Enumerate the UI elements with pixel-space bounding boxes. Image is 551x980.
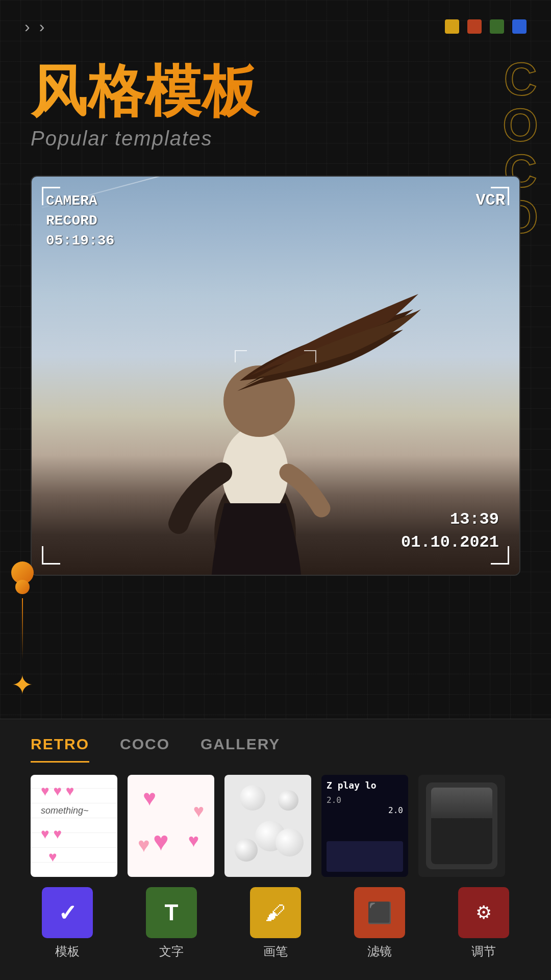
tool-text[interactable]: T 文字 xyxy=(119,887,223,960)
page-subtitle: Popular templates xyxy=(31,127,520,150)
tool-brush-icon: 🖌 xyxy=(250,887,301,938)
tab-gallery[interactable]: GALLERY xyxy=(201,736,280,763)
tool-brush-label: 画笔 xyxy=(263,943,288,960)
vertical-line xyxy=(22,598,23,659)
color-blue[interactable] xyxy=(512,19,527,34)
tool-brush[interactable]: 🖌 画笔 xyxy=(223,887,328,960)
orange-circles xyxy=(11,561,34,594)
page-title: 风格模板 xyxy=(31,60,520,122)
color-red[interactable] xyxy=(467,19,482,34)
brush-icon: 🖌 xyxy=(265,901,286,924)
tool-filter-icon: ⬛ xyxy=(354,887,405,938)
tool-text-icon: T xyxy=(146,887,197,938)
back-arrow-1[interactable]: › xyxy=(24,18,30,35)
template-thumb-4[interactable]: Z play lo 2.0 2.0 xyxy=(321,775,408,877)
tab-retro[interactable]: RETRO xyxy=(31,736,89,763)
vcr-timestamp: 05:19:36 xyxy=(46,233,114,249)
preview-container: CAMERA RECORD 05:19:36 VCR 13:39 01.10.2… xyxy=(31,176,520,576)
circle-small xyxy=(15,580,30,594)
template-thumb-2[interactable]: ♥ ♥ ♥ ♥ ♥ xyxy=(128,775,214,877)
tool-filter-label: 滤镜 xyxy=(367,943,392,960)
person-silhouette xyxy=(128,177,423,575)
tool-template-icon: ✓ xyxy=(42,887,93,938)
tool-adjust-label: 调节 xyxy=(471,943,496,960)
vcr-time-value: 13:39 xyxy=(450,510,499,529)
nav-arrows: › › xyxy=(24,18,44,35)
color-palette xyxy=(445,19,527,34)
toolbar-row: ✓ 模板 T 文字 🖌 画笔 ⬛ 滤镜 ⚙ 调节 xyxy=(0,887,551,980)
tool-adjust-icon: ⚙ xyxy=(458,887,509,938)
side-decoration: ✦ xyxy=(11,561,34,700)
tool-template-label: 模板 xyxy=(55,943,80,960)
template-thumb-5[interactable] xyxy=(418,775,505,877)
filter-icon: ⬛ xyxy=(367,901,392,925)
star-icon: ✦ xyxy=(11,670,34,700)
template-thumb-1[interactable]: ♥ ♥ ♥ something~ ♥ ♥ ♥ xyxy=(31,775,117,877)
tool-filter[interactable]: ⬛ 滤镜 xyxy=(328,887,432,960)
vcr-mode: VCR xyxy=(475,191,505,210)
tab-coco[interactable]: COCO xyxy=(120,736,170,763)
tabs-row: RETRO COCO GALLERY xyxy=(0,719,551,763)
color-yellow[interactable] xyxy=(445,19,459,34)
top-bar: › › xyxy=(0,0,551,35)
text-icon: T xyxy=(165,900,179,925)
corner-bracket-tr xyxy=(491,187,509,205)
corner-bracket-bl xyxy=(42,546,60,565)
thumbnails-row: ♥ ♥ ♥ something~ ♥ ♥ ♥ ♥ ♥ ♥ ♥ ♥ Z play … xyxy=(0,763,551,887)
color-green[interactable] xyxy=(490,19,504,34)
title-area: 风格模板 Popular templates xyxy=(0,35,551,150)
check-icon: ✓ xyxy=(58,900,77,926)
bottom-panel: RETRO COCO GALLERY ♥ ♥ ♥ something~ ♥ ♥ … xyxy=(0,719,551,980)
tool-template[interactable]: ✓ 模板 xyxy=(15,887,119,960)
tool-text-label: 文字 xyxy=(159,943,184,960)
vcr-camera-label: CAMERA RECORD 05:19:36 xyxy=(46,191,114,251)
corner-bracket-br xyxy=(491,546,509,565)
back-arrow-2[interactable]: › xyxy=(39,18,45,35)
tool-adjust[interactable]: ⚙ 调节 xyxy=(432,887,536,960)
template-thumb-3[interactable] xyxy=(224,775,311,877)
adjust-icon: ⚙ xyxy=(475,902,492,923)
preview-image: CAMERA RECORD 05:19:36 VCR 13:39 01.10.2… xyxy=(32,177,519,575)
